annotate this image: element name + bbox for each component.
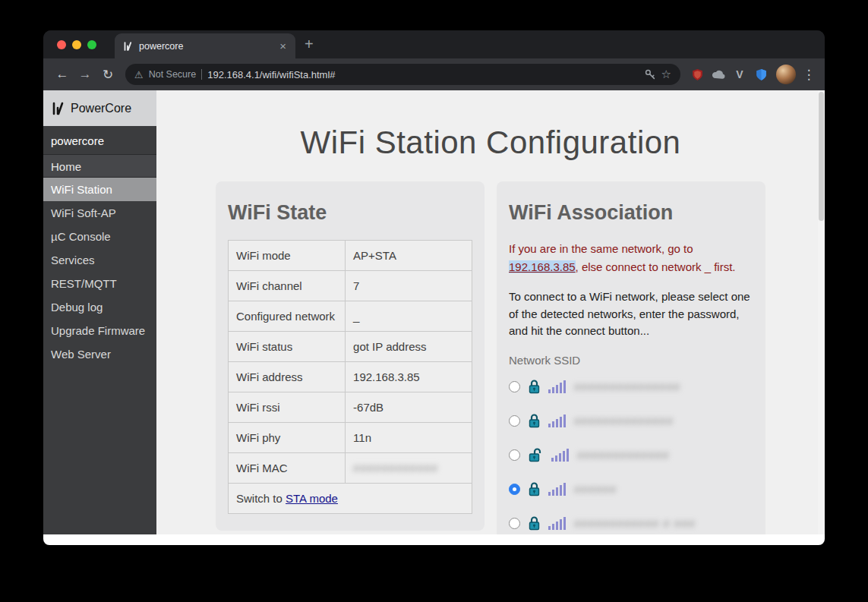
network-list-item[interactable]: ############### <box>509 370 753 404</box>
desktop-background: powercore × + ← → ↻ ⚠ Not Secure 192.168… <box>0 0 868 602</box>
wifi-association-panel: WiFi Association If you are in the same … <box>497 181 765 534</box>
network-list-item[interactable]: ############## <box>509 404 753 438</box>
profile-avatar[interactable] <box>776 65 796 84</box>
network-radio[interactable] <box>509 381 520 392</box>
security-status-label[interactable]: Not Secure <box>149 69 197 80</box>
redacted-mac-value: ############ <box>353 462 438 474</box>
back-button[interactable]: ← <box>51 67 74 82</box>
tab-title: powercore <box>139 41 272 52</box>
forward-button[interactable]: → <box>74 67 96 82</box>
sidebar-item-services[interactable]: Services <box>43 248 156 272</box>
password-key-icon[interactable] <box>644 68 656 80</box>
redacted-ssid: ############ # ### <box>574 517 696 530</box>
row-label: WiFi rssi <box>229 392 346 423</box>
panels-container: WiFi State WiFi mode AP+STA WiFi channel… <box>156 181 825 534</box>
tab-close-icon[interactable]: × <box>278 40 288 52</box>
ublock-extension-icon[interactable] <box>687 68 708 81</box>
page-title: WiFi Station Configuration <box>156 127 825 159</box>
network-list-item[interactable]: ############ # ### <box>509 506 753 535</box>
row-label: WiFi phy <box>229 423 346 453</box>
page-bottom-strip <box>43 534 825 545</box>
reload-button[interactable]: ↻ <box>96 67 119 83</box>
v-extension-icon[interactable]: V <box>729 68 750 80</box>
row-value: 11n <box>346 423 472 453</box>
row-value: 7 <box>346 271 472 301</box>
sidebar-item-rest-mqtt[interactable]: REST/MQTT <box>43 272 156 295</box>
sidebar-item-wifi-soft-ap[interactable]: WiFi Soft-AP <box>43 201 156 225</box>
sidebar-item-upgrade-firmware[interactable]: Upgrade Firmware <box>43 319 156 342</box>
row-value: 192.168.3.85 <box>346 362 472 392</box>
row-label: Configured network <box>229 301 346 332</box>
network-list-item[interactable]: ###### <box>509 472 753 506</box>
new-tab-button[interactable]: + <box>305 36 314 53</box>
table-row: WiFi channel 7 <box>229 271 472 301</box>
sidebar-item-uc-console[interactable]: µC Console <box>43 225 156 248</box>
browser-menu-button[interactable]: ⋮ <box>800 67 817 83</box>
unlock-icon <box>529 447 543 462</box>
address-bar[interactable]: ⚠ Not Secure 192.168.4.1/wifi/wifiSta.ht… <box>125 64 680 85</box>
signal-strength-icon <box>548 482 566 496</box>
window-controls <box>43 40 104 49</box>
tab-favicon-icon <box>122 41 133 52</box>
lock-icon <box>529 413 540 428</box>
redacted-ssid: ############# <box>577 449 669 462</box>
wifi-state-panel: WiFi State WiFi mode AP+STA WiFi channel… <box>216 181 485 531</box>
zoom-window-button[interactable] <box>87 40 96 49</box>
sidebar-item-debug-log[interactable]: Debug log <box>43 295 156 319</box>
device-ip-link[interactable]: 192.168.3.85 <box>509 260 576 273</box>
redacted-ssid: ############## <box>574 414 674 427</box>
row-value: got IP address <box>346 332 472 362</box>
lock-icon <box>529 515 540 531</box>
page-scrollbar[interactable] <box>818 90 825 534</box>
table-row: WiFi address 192.168.3.85 <box>229 362 472 392</box>
sta-mode-link[interactable]: STA mode <box>286 492 338 505</box>
wifi-state-title: WiFi State <box>228 201 472 225</box>
bookmark-star-icon[interactable]: ☆ <box>661 68 671 81</box>
network-radio-selected[interactable] <box>509 484 520 495</box>
cloud-extension-icon[interactable] <box>708 69 729 80</box>
signal-strength-icon <box>548 516 566 530</box>
switch-mode-cell: Switch to STA mode <box>229 484 472 514</box>
browser-toolbar: ← → ↻ ⚠ Not Secure 192.168.4.1/wifi/wifi… <box>43 58 825 90</box>
network-radio[interactable] <box>509 449 520 461</box>
redacted-ssid: ###### <box>574 483 617 496</box>
brand-name: PowerCore <box>71 102 131 115</box>
page-viewport: PowerCore powercore Home WiFi Station Wi… <box>43 90 825 534</box>
row-label: WiFi status <box>229 332 346 362</box>
network-radio[interactable] <box>509 518 520 529</box>
powercore-logo-icon <box>50 101 65 116</box>
connect-instructions: To connect to a WiFi network, please sel… <box>509 288 753 340</box>
row-label: WiFi address <box>229 362 346 392</box>
browser-tab[interactable]: powercore × <box>115 33 295 58</box>
signal-strength-icon <box>548 414 566 427</box>
network-notice: If you are in the same network, go to 19… <box>509 240 753 276</box>
sidebar-item-wifi-station[interactable]: WiFi Station <box>43 178 156 201</box>
sidebar-item-web-server[interactable]: Web Server <box>43 342 156 366</box>
network-radio[interactable] <box>509 415 520 427</box>
notice-text-pre: If you are in the same network, go to <box>509 242 693 255</box>
main-content: WiFi Station Configuration WiFi State Wi… <box>156 90 825 534</box>
switch-mode-prefix: Switch to <box>236 492 286 505</box>
table-row: Configured network _ <box>229 301 472 332</box>
table-row: WiFi MAC ############ <box>229 453 472 484</box>
browser-window: powercore × + ← → ↻ ⚠ Not Secure 192.168… <box>43 30 825 545</box>
url-text[interactable]: 192.168.4.1/wifi/wifiSta.html# <box>207 69 638 80</box>
network-ssid-label: Network SSID <box>509 354 753 367</box>
device-hostname: powercore <box>43 126 156 154</box>
lock-icon <box>529 379 540 394</box>
scrollbar-thumb[interactable] <box>819 92 824 221</box>
sidebar-item-home[interactable]: Home <box>43 154 156 178</box>
row-label: WiFi MAC <box>229 453 346 484</box>
wifi-state-table: WiFi mode AP+STA WiFi channel 7 Configur… <box>228 240 472 514</box>
notice-text-post: , else connect to network _ first. <box>576 260 736 273</box>
network-list-item[interactable]: ############# <box>509 438 753 472</box>
lock-icon <box>529 481 540 496</box>
close-window-button[interactable] <box>57 40 66 49</box>
minimize-window-button[interactable] <box>72 40 81 49</box>
not-secure-warning-icon: ⚠ <box>134 69 144 80</box>
row-value: _ <box>346 301 472 332</box>
table-row: WiFi rssi -67dB <box>229 392 472 423</box>
sidebar: PowerCore powercore Home WiFi Station Wi… <box>43 90 156 534</box>
redacted-ssid: ############### <box>574 380 680 393</box>
shield-extension-icon[interactable] <box>750 68 772 81</box>
